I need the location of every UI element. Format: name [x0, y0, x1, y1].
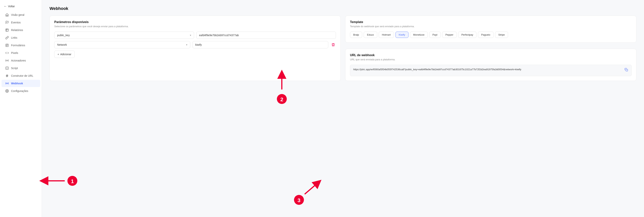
right-column: Template Template do webhook que será en…	[345, 16, 636, 81]
sidebar-item-eventos[interactable]: Eventos	[2, 19, 40, 26]
sidebar-item-acionadores[interactable]: Acionadores	[2, 57, 40, 64]
svg-line-25	[305, 183, 318, 194]
sidebar-label-webhook: Webhook	[11, 82, 23, 85]
param-row-1: public_key	[54, 32, 336, 39]
template-btn-monetizze[interactable]: Monetizze	[410, 32, 428, 38]
svg-point-16	[7, 83, 8, 84]
sidebar-label-script: Script	[11, 66, 18, 70]
url-card-subtitle: URL que será enviada para a plataforma.	[350, 58, 632, 61]
sidebar-label-eventos: Eventos	[11, 21, 21, 24]
template-btn-payt[interactable]: Payt	[429, 32, 441, 38]
sidebar-item-pixels[interactable]: Pixels	[2, 49, 40, 56]
template-btn-pagueio[interactable]: Pagueio	[478, 32, 494, 38]
sidebar-item-formularios[interactable]: Formulários	[2, 42, 40, 49]
template-btn-eduzz[interactable]: Eduzz	[364, 32, 377, 38]
sidebar-label-pixels: Pixels	[11, 52, 18, 54]
svg-rect-0	[7, 15, 8, 16]
page-title: Webhook	[50, 6, 636, 11]
home-icon	[5, 13, 9, 16]
sidebar-item-links[interactable]: Links	[2, 34, 40, 41]
sidebar: ← Voltar Visão geral Eventos Relatórios …	[0, 0, 42, 217]
params-card-title: Parâmetros disponíveis	[54, 20, 336, 24]
add-icon: +	[58, 53, 59, 56]
sidebar-item-webhook[interactable]: Webhook	[2, 80, 40, 87]
flag-icon	[5, 21, 9, 24]
sidebar-item-script[interactable]: Script	[2, 64, 40, 72]
svg-text:1: 1	[71, 178, 74, 184]
svg-point-20	[68, 176, 77, 186]
trigger-icon	[5, 59, 9, 62]
sidebar-label-links: Links	[11, 36, 17, 39]
template-btn-pepper[interactable]: Pepper	[442, 32, 457, 38]
back-arrow-icon: ←	[4, 4, 7, 8]
pixels-icon	[5, 51, 9, 55]
sidebar-label-visao-geral: Visão geral	[11, 13, 24, 16]
svg-text:3: 3	[298, 198, 300, 203]
url-card: URL de webhook URL que será enviada para…	[345, 49, 636, 81]
url-text: https://jstrc.app/w/6560af3f34b055f74253…	[353, 68, 521, 72]
param-select-2[interactable]: Network	[54, 41, 190, 48]
param-row-2: Network	[54, 41, 336, 48]
svg-rect-2	[6, 29, 8, 32]
svg-line-15	[8, 74, 8, 77]
template-card-subtitle: Template do webhook que será enviado par…	[350, 25, 632, 28]
sidebar-label-configuracoes: Configurações	[11, 90, 28, 92]
param-input-2[interactable]	[192, 41, 328, 48]
param-input-1[interactable]	[196, 32, 336, 39]
webhook-icon	[5, 82, 9, 85]
sidebar-item-configuracoes[interactable]: Configurações	[2, 87, 40, 94]
link-icon	[5, 36, 9, 40]
sidebar-label-construtor-url: Construtor de URL	[11, 74, 33, 77]
param-select-1-value: public_key	[57, 34, 70, 37]
svg-rect-18	[626, 69, 628, 71]
svg-point-26	[294, 195, 304, 205]
back-label: Voltar	[8, 5, 15, 8]
template-card-title: Template	[350, 20, 632, 24]
template-btn-hotmart[interactable]: Hotmart	[379, 32, 394, 38]
chart-icon	[5, 28, 9, 32]
sidebar-item-relatorios[interactable]: Relatórios	[2, 26, 40, 34]
param-select-2-value: Network	[57, 43, 67, 46]
delete-row-2-button[interactable]	[330, 42, 336, 48]
form-icon	[5, 44, 9, 47]
sidebar-label-acionadores: Acionadores	[11, 59, 26, 62]
content-grid: Parâmetros disponíveis Selecione os parâ…	[50, 16, 636, 81]
url-card-title: URL de webhook	[350, 54, 632, 57]
svg-point-23	[277, 94, 287, 104]
template-btn-kiwify[interactable]: Kiwify	[396, 32, 408, 38]
template-buttons: Braip Eduzz Hotmart Kiwify Monetizze Pay…	[350, 32, 632, 38]
main-content: Webhook Parâmetros disponíveis Selecione…	[42, 0, 644, 217]
url-display: https://jstrc.app/w/6560af3f34b055f74253…	[350, 65, 632, 76]
svg-line-14	[6, 74, 7, 77]
svg-point-17	[7, 90, 8, 92]
back-button[interactable]: ← Voltar	[0, 3, 42, 11]
hash-icon	[5, 74, 9, 78]
copy-url-button[interactable]	[624, 68, 628, 73]
params-card: Parâmetros disponíveis Selecione os parâ…	[50, 16, 341, 81]
svg-text:2: 2	[280, 96, 283, 102]
sidebar-item-construtor-url[interactable]: Construtor de URL	[2, 72, 40, 80]
template-card: Template Template do webhook que será en…	[345, 16, 636, 43]
template-btn-stripe[interactable]: Stripe	[495, 32, 508, 38]
params-card-subtitle: Selecione os parâmetros que você deseja …	[54, 25, 336, 28]
param-select-1[interactable]: public_key	[54, 32, 194, 39]
template-btn-braip[interactable]: Braip	[350, 32, 362, 38]
gear-icon	[5, 89, 9, 93]
sidebar-label-formularios: Formulários	[11, 44, 25, 47]
add-param-button[interactable]: + Adicionar	[54, 51, 75, 58]
sidebar-label-relatorios: Relatórios	[11, 28, 23, 32]
template-btn-perfectpay[interactable]: Perfectpay	[458, 32, 476, 38]
script-icon	[5, 66, 9, 70]
add-label: Adicionar	[60, 53, 71, 56]
sidebar-item-visao-geral[interactable]: Visão geral	[2, 11, 40, 18]
svg-point-9	[7, 60, 8, 61]
